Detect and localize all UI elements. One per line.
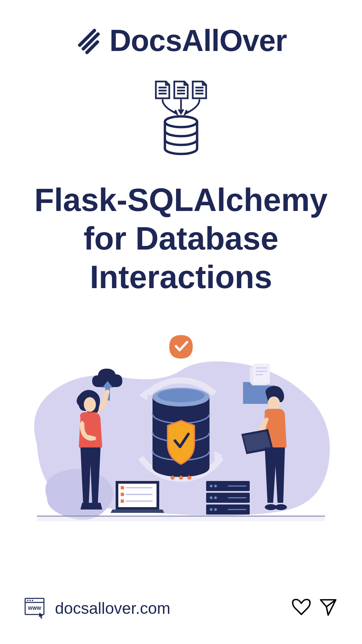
website-url: docsallover.com (55, 599, 170, 618)
svg-point-15 (158, 389, 204, 402)
svg-rect-34 (121, 499, 124, 503)
svg-point-16 (171, 476, 175, 480)
svg-text:WWW: WWW (28, 605, 41, 611)
svg-rect-32 (121, 493, 124, 496)
database-documents-icon (147, 80, 215, 157)
brand-logo: DocsAllOver (75, 23, 287, 58)
svg-point-52 (27, 600, 28, 601)
brand-name: DocsAllOver (109, 23, 287, 58)
svg-point-28 (275, 504, 287, 510)
svg-point-53 (29, 600, 31, 601)
database-illustration (20, 317, 342, 545)
svg-point-54 (32, 600, 33, 601)
browser-www-icon: WWW (23, 596, 47, 621)
central-database-icon (153, 388, 209, 480)
footer-right (291, 597, 339, 619)
svg-point-43 (214, 496, 217, 499)
svg-rect-49 (37, 516, 325, 521)
svg-point-42 (210, 496, 213, 499)
send-icon[interactable] (318, 597, 339, 619)
brand-logo-icon (75, 26, 105, 56)
svg-rect-30 (121, 486, 124, 489)
svg-point-25 (84, 397, 96, 412)
svg-point-39 (210, 485, 213, 487)
svg-point-40 (214, 485, 217, 487)
checkmark-pin-icon (169, 335, 193, 365)
svg-point-17 (179, 476, 183, 480)
svg-point-46 (214, 508, 217, 511)
footer-left: WWW docsallover.com (23, 596, 170, 621)
svg-point-12 (165, 116, 197, 127)
footer: WWW docsallover.com (0, 596, 362, 621)
svg-point-45 (210, 508, 213, 511)
heart-icon[interactable] (291, 597, 312, 619)
server-rack-icon (206, 481, 250, 515)
svg-rect-21 (253, 364, 270, 384)
svg-point-26 (268, 396, 280, 410)
svg-point-18 (187, 476, 191, 480)
laptop-list-icon (111, 481, 164, 513)
page-title: Flask-SQLAlchemy for Database Interactio… (0, 180, 362, 297)
